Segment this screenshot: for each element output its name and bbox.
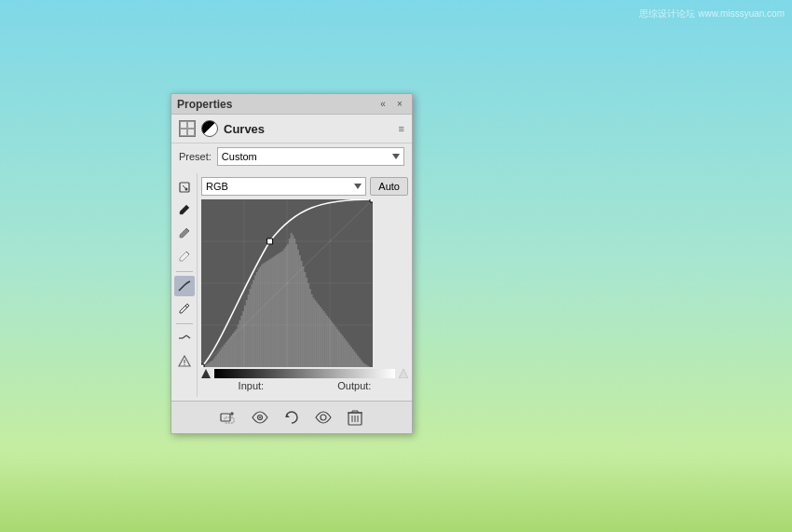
panel-content: RGB Red Green Blue Auto (171, 170, 412, 401)
svg-marker-20 (286, 414, 290, 417)
svg-point-2 (184, 188, 187, 191)
input-label: Input: (239, 380, 265, 391)
svg-point-11 (184, 364, 184, 365)
panel-title-controls: « × (376, 98, 406, 111)
eyedropper-black-tool[interactable] (174, 200, 195, 221)
preset-select[interactable]: Custom Default Strong Contrast Linear Co… (217, 147, 404, 166)
visibility-button[interactable] (250, 407, 270, 428)
svg-marker-13 (399, 369, 408, 378)
watermark: 思综设计论坛 www.misssyuan.com (639, 7, 785, 20)
svg-marker-12 (201, 369, 211, 378)
panel-bottom (171, 401, 412, 433)
delete-button[interactable] (345, 407, 365, 428)
svg-point-21 (321, 415, 326, 420)
grid-icon[interactable] (179, 120, 196, 137)
reset-button[interactable] (281, 407, 302, 428)
svg-line-8 (183, 335, 186, 338)
curves-title: Curves (224, 122, 265, 136)
eyedropper-white-tool[interactable] (174, 247, 195, 267)
smooth-tool[interactable] (174, 328, 195, 348)
black-triangle[interactable] (201, 369, 211, 378)
half-circle-icon[interactable] (201, 120, 218, 137)
auto-button[interactable]: Auto (370, 177, 408, 196)
panel-titlebar: Properties « × (171, 94, 412, 115)
gradient-bar-container (201, 369, 408, 378)
eyedropper-gray-tool[interactable] (174, 224, 195, 244)
svg-rect-15 (225, 417, 234, 423)
visibility2-button[interactable] (313, 407, 334, 428)
close-button[interactable]: × (393, 98, 406, 111)
header-menu-icon[interactable]: ≡ (399, 123, 404, 134)
tool-separator-2 (176, 323, 193, 324)
panel-header: Curves ≡ (171, 115, 412, 143)
channel-row: RGB Red Green Blue Auto (201, 177, 408, 196)
clip-below-button[interactable] (218, 407, 239, 428)
preset-row: Preset: Custom Default Strong Contrast L… (171, 143, 412, 170)
collapse-button[interactable]: « (376, 98, 389, 111)
svg-line-9 (186, 335, 190, 338)
preset-label: Preset: (179, 151, 212, 162)
pencil-tool[interactable] (174, 299, 195, 320)
warning-tool[interactable] (174, 351, 195, 372)
svg-line-6 (185, 306, 187, 307)
properties-panel: Properties « × Curves ≡ Preset: Custom D… (171, 93, 413, 434)
panel-title: Properties (177, 98, 232, 111)
left-toolbar (171, 173, 198, 397)
gradient-bar (214, 369, 395, 378)
tool-separator-1 (176, 271, 193, 272)
curves-area: RGB Red Green Blue Auto (198, 173, 412, 397)
on-image-tool[interactable] (174, 177, 195, 198)
curve-tool[interactable] (174, 276, 195, 296)
output-label: Output: (337, 380, 371, 391)
io-row: Input: Output: (201, 378, 408, 393)
channel-select[interactable]: RGB Red Green Blue (201, 177, 366, 196)
svg-point-19 (259, 416, 261, 418)
curves-graph[interactable] (201, 199, 373, 367)
white-triangle[interactable] (399, 369, 408, 378)
